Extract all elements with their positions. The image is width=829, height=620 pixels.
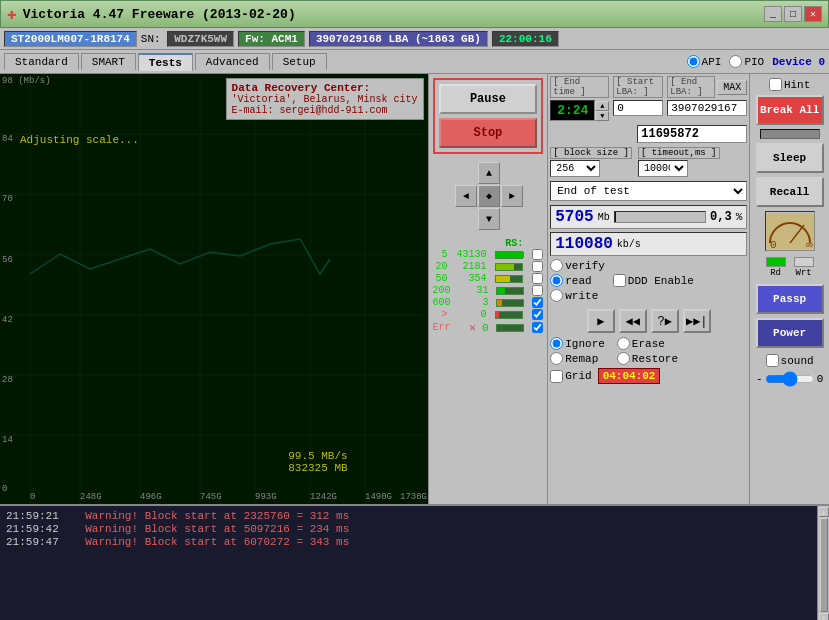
rs-count-5: 43130 xyxy=(456,249,486,260)
rs-check-50[interactable] xyxy=(532,273,543,284)
rs-check-gt[interactable] xyxy=(532,309,543,320)
block-timeout-row: [ block size ] 256 [ timeout,ms ] 10000 xyxy=(550,147,747,177)
hint-checkbox-label[interactable]: Hint xyxy=(769,78,810,91)
end-of-test-section: End of test xyxy=(550,181,747,201)
end-lba-input[interactable] xyxy=(667,100,747,116)
block-size-label: [ block size ] xyxy=(550,147,632,159)
rs-threshold-200: 200 xyxy=(433,285,451,296)
rs-row-600: 600 3 xyxy=(433,297,544,308)
start-lba-section: [ Start LBA: ] xyxy=(613,76,663,116)
pio-radio-label[interactable]: PIO xyxy=(729,55,764,68)
scroll-up-arrow[interactable]: ▲ xyxy=(819,507,829,517)
minimize-button[interactable]: _ xyxy=(764,6,782,22)
step-button[interactable]: ?▶ xyxy=(651,309,679,333)
ignore-radio-label[interactable]: Ignore xyxy=(550,337,605,350)
info-bar: ST2000LM007-1R8174 SN: WDZ7K5WW Fw: ACM1… xyxy=(0,28,829,50)
time-up-button[interactable]: ▲ xyxy=(595,101,609,111)
rs-check-600[interactable] xyxy=(532,297,543,308)
block-size-select[interactable]: 256 xyxy=(550,160,600,177)
rd-wrt-section: Rd Wrt xyxy=(766,257,814,278)
grid-checkbox-label[interactable]: Grid xyxy=(550,370,591,383)
close-button[interactable]: ✕ xyxy=(804,6,822,22)
passp-button[interactable]: Passp xyxy=(756,284,824,314)
rd-label: Rd xyxy=(770,268,781,278)
read-radio[interactable] xyxy=(550,274,563,287)
rs-check-200[interactable] xyxy=(532,285,543,296)
rs-section: RS: 5 43130 20 2181 5 xyxy=(433,238,544,335)
chart-area: 98 (Mb/s) 84 70 56 42 28 14 0 0 248G 496… xyxy=(0,74,429,504)
end-of-test-select[interactable]: End of test xyxy=(550,181,747,201)
current-lba-input[interactable] xyxy=(637,125,747,143)
rs-count-gt: 0 xyxy=(456,309,486,320)
rs-threshold-gt: > xyxy=(433,309,448,320)
action-section: Ignore Remap Erase Restore xyxy=(550,337,747,365)
read-radio-label[interactable]: read xyxy=(550,274,605,287)
time-down-button[interactable]: ▼ xyxy=(595,111,609,121)
erase-radio-label[interactable]: Erase xyxy=(617,337,678,350)
power-button[interactable]: Power xyxy=(756,318,824,348)
drive-info: ST2000LM007-1R8174 xyxy=(4,31,137,47)
right-sidebar: Hint Break All Sleep Recall 0 ∞ Rd Wrt xyxy=(749,74,829,504)
dpad-right[interactable]: ► xyxy=(501,185,523,207)
block-size-section: [ block size ] 256 xyxy=(550,147,632,177)
start-lba-input[interactable] xyxy=(613,100,663,116)
restore-radio[interactable] xyxy=(617,352,630,365)
ignore-radio[interactable] xyxy=(550,337,563,350)
tab-smart[interactable]: SMART xyxy=(81,53,136,70)
device-label: Device 0 xyxy=(772,56,825,68)
hint-checkbox[interactable] xyxy=(769,78,782,91)
log-scrollbar[interactable]: ▲ ▼ xyxy=(817,506,829,620)
rewind-button[interactable]: ◀◀ xyxy=(619,309,647,333)
rs-check-20[interactable] xyxy=(532,261,543,272)
grid-checkbox[interactable] xyxy=(550,370,563,383)
write-radio-label[interactable]: write xyxy=(550,289,605,302)
lba-info: 3907029168 LBA (~1863 GB) xyxy=(309,31,488,47)
scroll-thumb[interactable] xyxy=(820,518,828,612)
max-button[interactable]: MAX xyxy=(717,80,747,95)
play-button[interactable]: ▶ xyxy=(587,309,615,333)
wrt-indicator xyxy=(794,257,814,267)
tab-advanced[interactable]: Advanced xyxy=(195,53,270,70)
break-all-button[interactable]: Break All xyxy=(756,95,824,125)
progress-pct: 0,3 xyxy=(710,210,732,224)
erase-radio[interactable] xyxy=(617,337,630,350)
remap-radio[interactable] xyxy=(550,352,563,365)
sleep-button[interactable]: Sleep xyxy=(756,143,824,173)
tab-setup[interactable]: Setup xyxy=(272,53,327,70)
rs-check-5[interactable] xyxy=(532,249,543,260)
timeout-select[interactable]: 10000 xyxy=(638,160,688,177)
app-icon: ✚ xyxy=(7,4,17,24)
scroll-down-arrow[interactable]: ▼ xyxy=(819,613,829,620)
sound-checkbox-label[interactable]: sound xyxy=(766,354,814,367)
api-radio-label[interactable]: API xyxy=(687,55,722,68)
end-button[interactable]: ▶▶| xyxy=(683,309,711,333)
progress-mb: 5705 xyxy=(555,208,593,226)
api-radio[interactable] xyxy=(687,55,700,68)
dpad-down[interactable]: ▼ xyxy=(478,208,500,230)
dpad-up[interactable]: ▲ xyxy=(478,162,500,184)
svg-text:0: 0 xyxy=(770,239,777,249)
tab-standard[interactable]: Standard xyxy=(4,53,79,70)
volume-slider[interactable] xyxy=(765,371,815,387)
dpad-left[interactable]: ◄ xyxy=(455,185,477,207)
stop-button[interactable]: Stop xyxy=(439,118,538,148)
timeout-section: [ timeout,ms ] 10000 xyxy=(638,147,720,177)
sound-checkbox[interactable] xyxy=(766,354,779,367)
tabs-bar: Standard SMART Tests Advanced Setup API … xyxy=(0,50,829,74)
dpad-center[interactable]: ◆ xyxy=(478,185,500,207)
write-radio[interactable] xyxy=(550,289,563,302)
remap-radio-label[interactable]: Remap xyxy=(550,352,605,365)
rs-check-err[interactable] xyxy=(532,322,543,333)
restore-radio-label[interactable]: Restore xyxy=(617,352,678,365)
pio-radio[interactable] xyxy=(729,55,742,68)
log-area: 21:59:21 Warning! Block start at 2325760… xyxy=(0,504,829,620)
verify-radio[interactable] xyxy=(550,259,563,272)
rs-bar-200 xyxy=(496,287,524,295)
ddd-checkbox-label[interactable]: DDD Enable xyxy=(613,274,694,287)
maximize-button[interactable]: □ xyxy=(784,6,802,22)
ddd-checkbox[interactable] xyxy=(613,274,626,287)
verify-radio-label[interactable]: verify xyxy=(550,259,605,272)
tab-tests[interactable]: Tests xyxy=(138,53,193,71)
recall-button[interactable]: Recall xyxy=(756,177,824,207)
pause-button[interactable]: Pause xyxy=(439,84,538,114)
